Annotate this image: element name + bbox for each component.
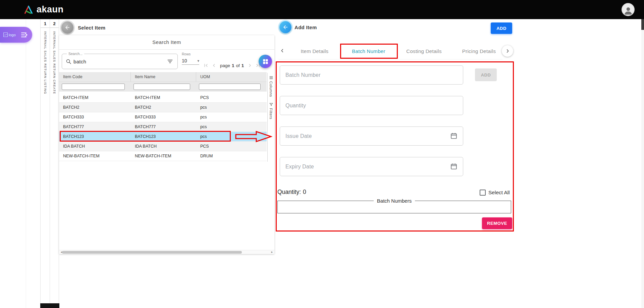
cell-item-name: BATCH777 <box>131 122 196 132</box>
broken-image-icon: logo <box>3 33 16 37</box>
cell-item-name: BATCH333 <box>131 112 196 122</box>
tab-batch-number[interactable]: Batch Number <box>352 48 385 54</box>
columns-icon[interactable] <box>269 75 273 80</box>
tabs-scroll-left-icon[interactable] <box>280 48 285 55</box>
quantity-input[interactable] <box>285 97 446 114</box>
expiry-date-field <box>280 157 463 176</box>
table-header-row: Item Code Item Name UOM <box>59 72 267 82</box>
search-box: Search... <box>62 54 178 69</box>
add-item-save-button[interactable]: ADD <box>491 22 512 34</box>
batch-number-input[interactable] <box>285 66 446 84</box>
filter-list-icon[interactable] <box>167 58 173 66</box>
caret-down-icon: ▾ <box>197 59 199 63</box>
first-page-button[interactable] <box>203 62 209 69</box>
add-item-back-button[interactable] <box>279 21 291 33</box>
sidebar-logo-chip[interactable]: logo <box>0 27 32 43</box>
search-input[interactable] <box>73 57 161 66</box>
filter-input-item-name[interactable] <box>133 84 190 90</box>
tab-item-details[interactable]: Item Details <box>301 48 329 54</box>
workspace-tab-create[interactable]: 2 INTERNAL SALES RETURN CREATE <box>50 19 59 303</box>
cell-item-name: BATCH-ITEM <box>131 93 196 102</box>
cell-uom: PCS <box>196 93 267 102</box>
workspace-tab-label: INTERNAL SALES RETURN LISTING <box>44 31 47 94</box>
rows-label: Rows <box>182 52 202 56</box>
workspace-tabs: 1 INTERNAL SALES RETURN LISTING 2 INTERN… <box>40 19 59 303</box>
scroll-right-icon[interactable]: ► <box>271 250 273 254</box>
search-item-subtitle: Search Item <box>59 39 274 45</box>
table-row[interactable]: BATCH-ITEM BATCH-ITEM PCS <box>59 93 267 103</box>
rows-per-page-select[interactable]: Rows 10 ▾ <box>182 52 202 65</box>
select-item-back-button[interactable] <box>61 21 73 34</box>
sidebar-toggle-icon[interactable] <box>21 32 29 38</box>
arrow-left-icon <box>282 24 288 30</box>
search-item-card: Search Item Search... Rows 10 ▾ <box>59 35 274 254</box>
issue-date-field <box>280 126 463 146</box>
table-horizontal-scrollbar[interactable]: ◄ ► <box>59 250 274 254</box>
table-row-selected[interactable]: BATCH123 BATCH123 pcs <box>59 132 267 142</box>
cell-item-name: NEW-BATCH-ITEM <box>131 151 196 161</box>
tabs-scroll-right-button[interactable] <box>502 45 513 57</box>
grid-icon <box>262 58 269 65</box>
cell-uom: pcs <box>196 103 267 112</box>
cell-item-code: BATCH777 <box>59 122 131 132</box>
remove-button[interactable]: REMOVE <box>482 217 512 229</box>
filter-input-item-code[interactable] <box>62 84 125 90</box>
header-uom[interactable]: UOM <box>196 72 267 82</box>
expiry-date-input[interactable] <box>285 158 446 175</box>
cell-item-code: BATCH2 <box>59 103 131 112</box>
workspace-tab-number: 1 <box>41 19 50 28</box>
cell-item-name: BATCH2 <box>131 103 196 112</box>
items-table: Item Code Item Name UOM BATCH-ITEM BATCH… <box>59 72 267 161</box>
scrollbar-thumb[interactable] <box>641 19 644 30</box>
add-item-title: Add Item <box>294 24 317 30</box>
select-all-control[interactable]: Select All <box>480 190 510 196</box>
scrollbar-thumb[interactable] <box>62 251 242 254</box>
tab-pricing-details[interactable]: Pricing Details <box>462 48 496 54</box>
of-word: of <box>236 63 240 68</box>
table-row[interactable]: BATCH777 BATCH777 pcs <box>59 122 267 132</box>
akaun-triangle-icon <box>23 5 34 14</box>
brand-name: akaun <box>37 4 64 15</box>
cell-uom: DRUM <box>196 151 267 161</box>
workspace-tab-listing[interactable]: 1 INTERNAL SALES RETURN LISTING <box>40 19 50 303</box>
table-row[interactable]: BATCH2 BATCH2 pcs <box>59 103 267 112</box>
select-item-title: Select Item <box>78 25 106 31</box>
page-vertical-scrollbar[interactable] <box>641 19 644 308</box>
table-row[interactable]: BATCH333 BATCH333 pcs <box>59 112 267 122</box>
next-page-button[interactable] <box>247 62 253 69</box>
columns-tool[interactable]: Columns <box>269 81 273 97</box>
table-row[interactable]: IDA BATCH IDA BATCH PCS <box>59 142 267 151</box>
calendar-icon[interactable] <box>450 163 458 171</box>
filters-tool[interactable]: Filters <box>269 108 273 119</box>
sidebar <box>0 19 26 308</box>
header-item-name[interactable]: Item Name <box>131 72 196 82</box>
select-all-checkbox[interactable] <box>480 190 486 196</box>
previous-page-button[interactable] <box>211 62 217 69</box>
quantity-field <box>280 96 463 115</box>
cell-item-code: BATCH333 <box>59 112 131 122</box>
tab-costing-details[interactable]: Costing Details <box>406 48 441 54</box>
pagination: page 1 of 1 <box>203 61 261 69</box>
calendar-icon[interactable] <box>450 132 458 141</box>
cell-uom: PCS <box>196 142 267 151</box>
topbar: akaun <box>0 0 644 19</box>
batch-numbers-list[interactable]: Batch Numbers <box>277 198 511 213</box>
workspace-tab-number: 2 <box>50 19 59 28</box>
rows-value: 10 <box>182 58 187 63</box>
search-icon <box>66 59 71 66</box>
cell-item-code: NEW-BATCH-ITEM <box>59 151 131 161</box>
batch-add-button[interactable]: ADD <box>475 68 497 81</box>
funnel-icon[interactable] <box>269 102 273 107</box>
issue-date-input[interactable] <box>285 127 446 145</box>
workspace-tabs-scrollbar[interactable] <box>40 303 59 308</box>
logo-alt-text: logo <box>9 33 16 37</box>
cell-item-code: BATCH-ITEM <box>59 93 131 102</box>
user-avatar[interactable] <box>622 3 635 16</box>
tabs-divider <box>278 59 502 59</box>
header-item-code[interactable]: Item Code <box>59 72 131 82</box>
cell-uom: pcs <box>196 132 267 141</box>
table-row[interactable]: NEW-BATCH-ITEM NEW-BATCH-ITEM DRUM <box>59 151 267 161</box>
filter-input-uom[interactable] <box>199 84 261 90</box>
grid-view-button[interactable] <box>259 55 272 68</box>
brand-logo[interactable]: akaun <box>23 4 64 15</box>
